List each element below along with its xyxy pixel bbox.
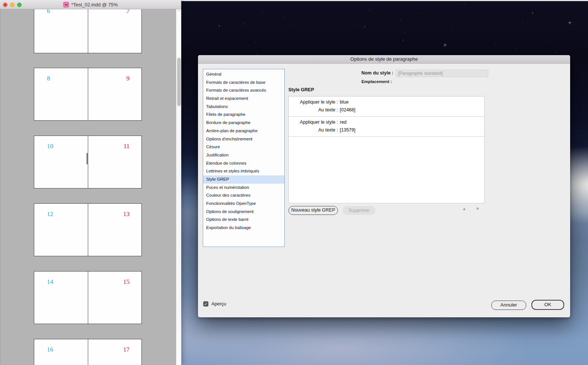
grep-rule-label: Appliquer le style : bbox=[289, 118, 338, 126]
move-down-icon[interactable]: ▼ bbox=[476, 206, 480, 211]
star bbox=[403, 40, 403, 41]
sidebar-item[interactable]: Options de soulignement bbox=[203, 208, 284, 216]
dialog-titlebar[interactable]: Options de style de paragraphe bbox=[198, 55, 570, 64]
star bbox=[480, 44, 480, 45]
star bbox=[244, 23, 245, 23]
sidebar-item[interactable]: Puces et numérotation bbox=[203, 184, 284, 192]
sidebar-item[interactable]: Lettrines et styles imbriqués bbox=[203, 167, 284, 175]
page-number: 15 bbox=[123, 278, 130, 286]
sidebar-item[interactable]: Tabulations bbox=[203, 103, 284, 111]
star bbox=[257, 54, 257, 54]
zoom-button[interactable] bbox=[17, 3, 22, 7]
sidebar-item[interactable]: Etendue de colonnes bbox=[203, 159, 284, 168]
preview-checkbox[interactable]: ✓ bbox=[203, 301, 208, 307]
window-titlebar[interactable]: Id *Test_02.indd @ 75% bbox=[0, 0, 181, 9]
grep-rules-list[interactable]: Appliquer le style :blueAu texte :[02468… bbox=[288, 96, 485, 203]
indesign-window: Id *Test_02.indd @ 75% 67891011121314151… bbox=[0, 0, 181, 365]
sidebar-item[interactable]: Formats de caractères avancés bbox=[203, 86, 284, 95]
star bbox=[549, 40, 549, 41]
paragraph-style-options-dialog: Options de style de paragraphe GénéralFo… bbox=[198, 55, 570, 317]
page-number: 16 bbox=[47, 346, 53, 353]
star bbox=[358, 22, 358, 23]
sidebar-list: GénéralFormats de caractères de baseForm… bbox=[203, 69, 285, 247]
scroll-up-icon[interactable]: ⌃ bbox=[176, 10, 181, 14]
star bbox=[269, 48, 270, 48]
sidebar-item[interactable]: Options d'enchaînement bbox=[203, 135, 284, 143]
move-up-icon[interactable]: ▲ bbox=[462, 206, 466, 211]
grep-section-heading: Style GREP bbox=[288, 87, 314, 92]
sidebar-item[interactable]: Couleur des caractères bbox=[203, 191, 284, 200]
spread-spine bbox=[88, 339, 88, 365]
vertical-scrollbar[interactable]: ⌃ bbox=[176, 9, 181, 365]
sidebar-item[interactable]: Justification bbox=[203, 151, 284, 159]
star bbox=[532, 13, 533, 13]
star bbox=[284, 16, 285, 17]
style-name-field[interactable]: [Paragraphe standard] bbox=[396, 70, 488, 77]
page-spread[interactable]: 1617 bbox=[34, 339, 142, 365]
star bbox=[421, 13, 421, 14]
cancel-button[interactable]: Annuler bbox=[491, 301, 526, 310]
star bbox=[584, 72, 584, 72]
preview-label: Aperçu bbox=[211, 301, 226, 307]
spread-spine bbox=[88, 136, 88, 188]
style-name-label: Nom du style : bbox=[361, 70, 393, 76]
grep-rule-value: [13579] bbox=[340, 126, 355, 134]
sidebar-item[interactable]: Retrait et espacement bbox=[203, 95, 284, 103]
grep-rule-row[interactable]: Appliquer le style :redAu texte :[13579] bbox=[289, 117, 484, 137]
star bbox=[262, 12, 262, 12]
ok-button[interactable]: OK bbox=[531, 300, 564, 310]
page-spread[interactable]: 67 bbox=[34, 9, 142, 53]
sidebar-item[interactable]: Césure bbox=[203, 143, 284, 151]
page-number: 6 bbox=[47, 9, 50, 15]
star bbox=[464, 3, 464, 3]
new-grep-style-button[interactable]: Nouveau style GREP bbox=[288, 206, 338, 215]
close-button[interactable] bbox=[3, 3, 7, 7]
star bbox=[451, 31, 451, 32]
minimize-button[interactable] bbox=[10, 3, 15, 7]
page-spread[interactable]: 1213 bbox=[34, 203, 142, 256]
star bbox=[191, 93, 192, 93]
sidebar-item[interactable]: Options de texte barré bbox=[203, 216, 284, 224]
page-spread[interactable]: 1415 bbox=[34, 271, 142, 324]
page-spread[interactable]: 1011 bbox=[34, 136, 142, 188]
page-number: 11 bbox=[124, 143, 130, 150]
grep-rule-row[interactable]: Appliquer le style :blueAu texte :[02468… bbox=[289, 96, 484, 117]
page-number: 17 bbox=[123, 346, 130, 353]
grep-rule-value: blue bbox=[340, 98, 349, 106]
delete-grep-style-button[interactable]: Supprimer bbox=[343, 206, 376, 215]
star bbox=[255, 42, 255, 42]
sidebar-item[interactable]: Style GREP bbox=[203, 175, 284, 184]
star bbox=[523, 22, 523, 22]
grep-rule-value: red bbox=[340, 118, 346, 126]
grep-rule-label: Au texte : bbox=[289, 106, 338, 114]
scrollbar-thumb[interactable] bbox=[177, 58, 181, 106]
page-spread[interactable]: 89 bbox=[34, 68, 142, 121]
star bbox=[582, 78, 582, 78]
star bbox=[245, 27, 245, 27]
sidebar-item[interactable]: Formats de caractères de base bbox=[203, 79, 284, 87]
spread-spine bbox=[88, 9, 88, 53]
grep-rule-label: Appliquer le style : bbox=[289, 98, 338, 106]
sidebar-item[interactable]: Général bbox=[203, 70, 284, 79]
star bbox=[515, 49, 516, 50]
star bbox=[579, 130, 579, 131]
document-canvas[interactable]: 67891011121314151617 bbox=[0, 9, 176, 365]
sidebar-item[interactable]: Fonctionnalités OpenType bbox=[203, 200, 284, 208]
bright-star bbox=[569, 22, 570, 23]
sidebar-item[interactable]: Exportation du balisage bbox=[203, 224, 284, 232]
indesign-app-icon: Id bbox=[63, 2, 69, 7]
star bbox=[500, 52, 500, 53]
star bbox=[369, 10, 370, 10]
star bbox=[294, 26, 295, 27]
star bbox=[514, 28, 514, 28]
location-label: Emplacement : bbox=[361, 79, 392, 84]
spread-spine bbox=[88, 204, 88, 256]
page-number: 12 bbox=[47, 210, 53, 218]
sidebar-item[interactable]: Filets de paragraphe bbox=[203, 111, 284, 119]
page-number: 9 bbox=[127, 75, 130, 82]
star bbox=[245, 47, 246, 47]
sidebar-item[interactable]: Arrière-plan de paragraphe bbox=[203, 127, 284, 135]
page-number: 13 bbox=[123, 210, 130, 218]
sidebar-item[interactable]: Bordure de paragraphe bbox=[203, 119, 284, 127]
page-number: 14 bbox=[47, 278, 53, 286]
